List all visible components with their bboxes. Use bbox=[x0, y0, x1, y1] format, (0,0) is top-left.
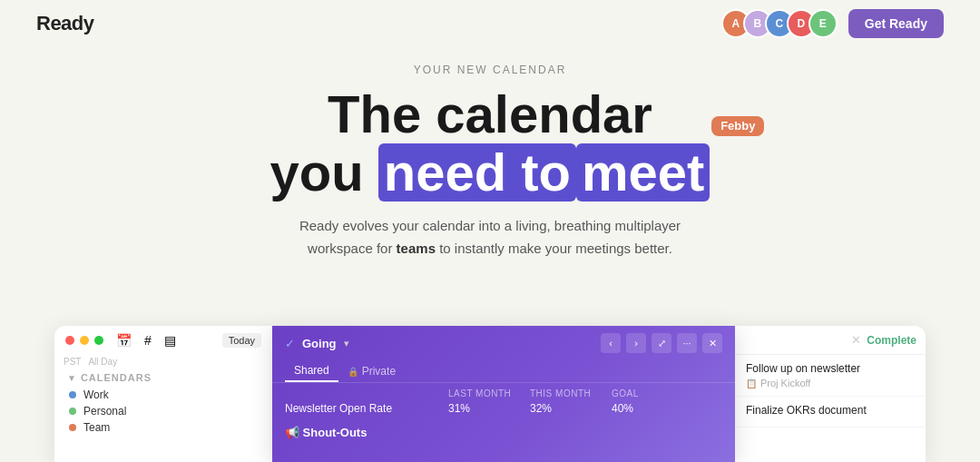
col3-header: This Month bbox=[530, 388, 612, 398]
task-icon-1: 📋 bbox=[746, 378, 757, 388]
complete-label: Complete bbox=[867, 334, 916, 347]
card-tabs: Shared 🔒 Private bbox=[272, 360, 735, 383]
logo: Ready bbox=[36, 12, 94, 35]
row-last-month: 31% bbox=[448, 402, 530, 415]
row-goal: 40% bbox=[612, 402, 684, 415]
hero-description: Ready evolves your calendar into a livin… bbox=[272, 214, 708, 260]
header-right: A B C D E Get Ready bbox=[721, 9, 944, 38]
tab-shared[interactable]: Shared bbox=[285, 360, 338, 382]
rp-header: ✕ Complete bbox=[735, 326, 926, 355]
calendar-sidebar: 📅 # ▤ Today PST All Day ▼ CALENDARS Work… bbox=[54, 326, 272, 462]
hero-title-you: you bbox=[270, 143, 378, 202]
layout-icon: ▤ bbox=[164, 333, 176, 348]
hero-highlight-meet: meet bbox=[576, 143, 710, 202]
calendar-icon: 📅 bbox=[116, 333, 132, 348]
calendars-label: ▼ CALENDARS bbox=[54, 369, 272, 387]
hero-title-line1: The calendar bbox=[328, 84, 652, 143]
cal-dot-green bbox=[69, 408, 76, 415]
card-table: Last Month This Month Goal Newsletter Op… bbox=[272, 383, 735, 420]
row-name: Newsletter Open Rate bbox=[285, 402, 448, 415]
hero-title: The calendar you need to meet Febby bbox=[270, 85, 710, 202]
cal-pst-bar: PST All Day bbox=[54, 355, 272, 369]
table-row: Newsletter Open Rate 31% 32% 40% bbox=[285, 402, 722, 415]
window-dot-green bbox=[94, 336, 103, 345]
window-dot-yellow bbox=[80, 336, 89, 345]
shout-outs-label: 📢 Shout-Outs bbox=[272, 420, 735, 441]
tab-private[interactable]: 🔒 Private bbox=[338, 360, 405, 382]
task-item-1: Follow up on newsletter 📋 Proj Kickoff bbox=[735, 355, 926, 397]
lock-icon: 🔒 bbox=[348, 367, 358, 377]
hero-title-line2: you need to meet Febby bbox=[270, 143, 710, 202]
card-top-bar: ✓ Going ▾ ‹ › ⤢ ··· ✕ bbox=[272, 326, 735, 360]
today-button[interactable]: Today bbox=[222, 333, 261, 348]
task-title-1: Follow up on newsletter bbox=[746, 362, 915, 375]
close-button[interactable]: ✕ bbox=[702, 333, 722, 353]
calendar-item-personal: Personal bbox=[54, 403, 272, 419]
task-title-2: Finalize OKRs document bbox=[746, 404, 915, 417]
all-day-label: All Day bbox=[88, 357, 117, 367]
avatar-group: A B C D E bbox=[721, 9, 838, 38]
hero-sub-label: Your New Calendar bbox=[36, 64, 944, 76]
row-this-month: 32% bbox=[530, 402, 612, 415]
right-panel: ✕ Complete Follow up on newsletter 📋 Pro… bbox=[735, 326, 926, 462]
get-ready-button[interactable]: Get Ready bbox=[848, 9, 944, 38]
col4-header: Goal bbox=[612, 388, 684, 398]
expand-button[interactable]: ⤢ bbox=[652, 333, 671, 353]
more-options-button[interactable]: ··· bbox=[677, 333, 697, 353]
bottom-ui: 📅 # ▤ Today PST All Day ▼ CALENDARS Work… bbox=[0, 326, 980, 462]
col2-header: Last Month bbox=[448, 388, 530, 398]
header: Ready A B C D E Get Ready bbox=[0, 0, 980, 47]
hero-highlight-need-to: need to bbox=[378, 143, 576, 202]
card-nav-buttons: ‹ › ⤢ ··· ✕ bbox=[601, 333, 722, 353]
window-dot-red bbox=[65, 336, 74, 345]
task-sub-1: 📋 Proj Kickoff bbox=[746, 378, 915, 388]
calendar-item-work: Work bbox=[54, 387, 272, 403]
table-header: Last Month This Month Goal bbox=[285, 388, 722, 402]
nav-next-button[interactable]: › bbox=[626, 333, 646, 353]
going-label: Going bbox=[302, 337, 337, 350]
chevron-down-icon: ▾ bbox=[344, 338, 349, 349]
hashtag-icon: # bbox=[144, 333, 152, 348]
task-item-2: Finalize OKRs document bbox=[735, 397, 926, 428]
cal-top-bar: 📅 # ▤ Today bbox=[54, 326, 272, 355]
calendar-item-team: Team bbox=[54, 419, 272, 436]
nav-prev-button[interactable]: ‹ bbox=[601, 333, 621, 353]
avatar: E bbox=[808, 9, 838, 38]
close-x-button[interactable]: ✕ bbox=[851, 333, 861, 347]
center-card: ✓ Going ▾ ‹ › ⤢ ··· ✕ Shared 🔒 Private bbox=[272, 326, 735, 462]
col1-header bbox=[285, 388, 448, 398]
hero-section: Your New Calendar The calendar you need … bbox=[0, 47, 980, 260]
cal-dot-blue bbox=[69, 391, 76, 398]
check-icon: ✓ bbox=[285, 337, 295, 350]
febby-tag: Febby bbox=[711, 116, 764, 136]
cal-dot-orange bbox=[69, 424, 76, 431]
pst-label: PST bbox=[64, 357, 81, 367]
